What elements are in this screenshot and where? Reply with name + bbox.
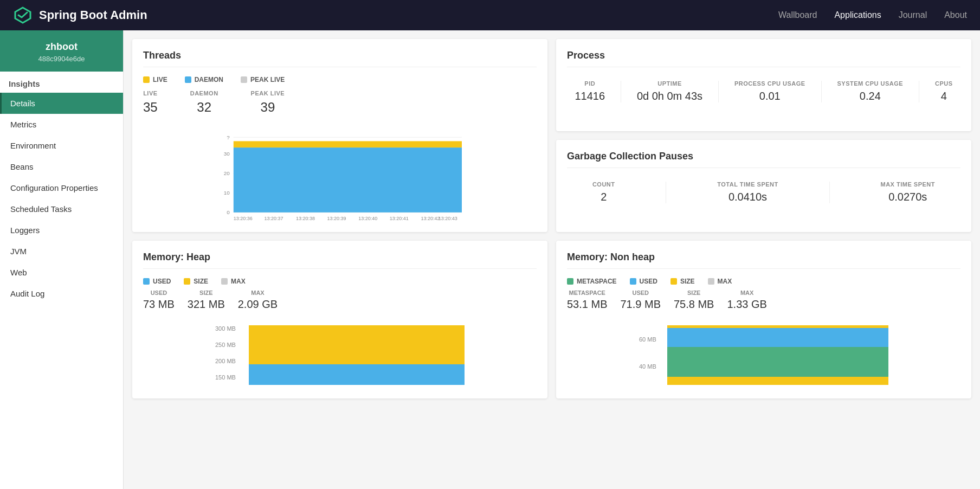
thread-live-val: LIVE 35 <box>143 90 158 115</box>
logo-icon <box>13 5 33 25</box>
threads-legend: LIVE DAEMON PEAK LIVE <box>143 76 537 83</box>
process-system-cpu: SYSTEM CPU USAGE 0.24 <box>837 80 903 102</box>
svg-text:0: 0 <box>227 209 230 215</box>
sidebar-item-beans[interactable]: Beans <box>0 156 123 177</box>
process-title: Process <box>567 50 960 67</box>
sidebar-item-metrics[interactable]: Metrics <box>0 114 123 135</box>
legend-nonheap-size: SIZE <box>670 278 695 285</box>
memory-nonheap-title: Memory: Non heap <box>567 252 960 269</box>
logo-container: Spring Boot Admin <box>13 5 147 25</box>
process-cpu-usage: PROCESS CPU USAGE 0.01 <box>734 80 805 102</box>
memory-nonheap-legend: METASPACE USED SIZE MAX <box>567 278 960 285</box>
process-pid: PID 11416 <box>575 80 605 102</box>
memory-nonheap-card: Memory: Non heap METASPACE USED SIZE MAX <box>556 241 971 398</box>
nonheap-size-dot <box>670 278 677 285</box>
thread-daemon-val: DAEMON 32 <box>190 90 218 115</box>
gc-max-time: MAX TIME SPENT 0.0270s <box>880 181 935 203</box>
memory-nonheap-chart: 60 MB 40 MB <box>567 317 960 388</box>
sidebar-item-label: Configuration Properties <box>10 183 98 192</box>
legend-max-label: MAX <box>231 278 246 285</box>
threads-card: Threads LIVE DAEMON PEAK LIVE LIVE <box>132 39 547 232</box>
memory-heap-chart-svg: 300 MB 250 MB 200 MB 150 MB <box>143 317 537 388</box>
legend-used: USED <box>143 278 171 285</box>
sidebar-instance-id: 488c9904e6de <box>9 55 114 63</box>
nav-applications[interactable]: Applications <box>834 10 881 20</box>
main-nav: Wallboard Applications Journal About <box>778 10 967 20</box>
thread-values: LIVE 35 DAEMON 32 PEAK LIVE 39 <box>143 90 537 115</box>
svg-text:20: 20 <box>224 170 230 176</box>
sidebar: zhboot 488c9904e6de Insights Details Met… <box>0 30 124 489</box>
divider <box>821 81 822 102</box>
sidebar-section-insights: Insights <box>0 72 123 93</box>
sidebar-item-jvm[interactable]: JVM <box>0 241 123 262</box>
nonheap-max-dot <box>708 278 714 285</box>
legend-max: MAX <box>221 278 246 285</box>
sidebar-item-web[interactable]: Web <box>0 262 123 283</box>
gc-card: Garbage Collection Pauses COUNT 2 TOTAL … <box>556 140 971 232</box>
sidebar-username: zhboot <box>9 41 114 53</box>
size-dot <box>184 278 190 285</box>
legend-used-label: USED <box>153 278 171 285</box>
svg-text:13:20:39: 13:20:39 <box>327 216 346 221</box>
header: Spring Boot Admin Wallboard Applications… <box>0 0 980 30</box>
memory-nonheap-values: METASPACE 53.1 MB USED 71.9 MB SIZE 75.8… <box>567 289 960 311</box>
live-bar <box>234 141 462 147</box>
svg-text:30: 30 <box>224 151 230 157</box>
gc-stats: COUNT 2 TOTAL TIME SPENT 0.0410s MAX TIM… <box>567 177 960 208</box>
divider <box>919 81 919 102</box>
legend-nonheap-max: MAX <box>708 278 732 285</box>
legend-nonheap-max-label: MAX <box>718 278 732 285</box>
metaspace-dot <box>567 278 573 285</box>
svg-text:40 MB: 40 MB <box>639 363 656 370</box>
memory-nonheap-chart-svg: 60 MB 40 MB <box>567 317 960 388</box>
nonheap-max-val: MAX 1.33 GB <box>727 289 766 311</box>
sidebar-item-scheduled-tasks[interactable]: Scheduled Tasks <box>0 198 123 220</box>
divider <box>621 81 621 102</box>
legend-nonheap-used-label: USED <box>640 278 657 285</box>
legend-metaspace-label: METASPACE <box>577 278 617 285</box>
threads-title: Threads <box>143 50 537 67</box>
legend-nonheap-size-label: SIZE <box>680 278 695 285</box>
heap-used-val: USED 73 MB <box>143 289 175 311</box>
legend-size-label: SIZE <box>194 278 208 285</box>
sidebar-item-details[interactable]: Details <box>0 93 123 114</box>
svg-text:10: 10 <box>224 190 230 196</box>
svg-marker-0 <box>15 8 30 23</box>
gc-title: Garbage Collection Pauses <box>567 151 960 168</box>
memory-heap-title: Memory: Heap <box>143 252 537 269</box>
svg-text:13:20:42: 13:20:42 <box>421 216 440 221</box>
threads-chart-svg: 0 10 20 30 ? 13:20:36 <box>143 124 537 221</box>
legend-daemon: DAEMON <box>185 76 223 83</box>
heap-used-bar <box>249 364 465 385</box>
svg-text:13:20:43: 13:20:43 <box>439 216 457 221</box>
svg-text:150 MB: 150 MB <box>215 374 236 381</box>
legend-live: LIVE <box>143 76 167 83</box>
sidebar-item-environment[interactable]: Environment <box>0 135 123 156</box>
live-dot <box>143 76 150 83</box>
main-content: Process PID 11416 UPTIME 0d 0h 0m 43s PR… <box>124 30 980 489</box>
divider <box>829 182 830 203</box>
svg-text:60 MB: 60 MB <box>639 336 656 343</box>
heap-max-val: MAX 2.09 GB <box>238 289 278 311</box>
svg-text:13:20:41: 13:20:41 <box>390 216 409 221</box>
gc-total-time: TOTAL TIME SPENT 0.0410s <box>717 181 778 203</box>
legend-size: SIZE <box>184 278 208 285</box>
nonheap-metaspace-val: METASPACE 53.1 MB <box>567 289 607 311</box>
svg-text:13:20:36: 13:20:36 <box>234 216 253 221</box>
nonheap-size-val: SIZE 75.8 MB <box>674 289 714 311</box>
sidebar-item-audit-log[interactable]: Audit Log <box>0 283 123 304</box>
heap-size-val: SIZE 321 MB <box>188 289 225 311</box>
nav-wallboard[interactable]: Wallboard <box>778 10 817 20</box>
sidebar-item-configuration-properties[interactable]: Configuration Properties <box>0 177 123 198</box>
process-cpus: CPUS 4 <box>935 80 953 102</box>
nav-about[interactable]: About <box>944 10 967 20</box>
thread-peak-val: PEAK LIVE 39 <box>251 90 285 115</box>
threads-chart: 0 10 20 30 ? 13:20:36 <box>143 124 537 221</box>
sidebar-item-loggers[interactable]: Loggers <box>0 220 123 241</box>
nav-journal[interactable]: Journal <box>899 10 927 20</box>
nonheap-used-dot <box>630 278 636 285</box>
process-uptime: UPTIME 0d 0h 0m 43s <box>637 80 702 102</box>
svg-text:13:20:37: 13:20:37 <box>265 216 283 221</box>
svg-text:250 MB: 250 MB <box>215 342 236 348</box>
svg-text:?: ? <box>227 134 230 140</box>
